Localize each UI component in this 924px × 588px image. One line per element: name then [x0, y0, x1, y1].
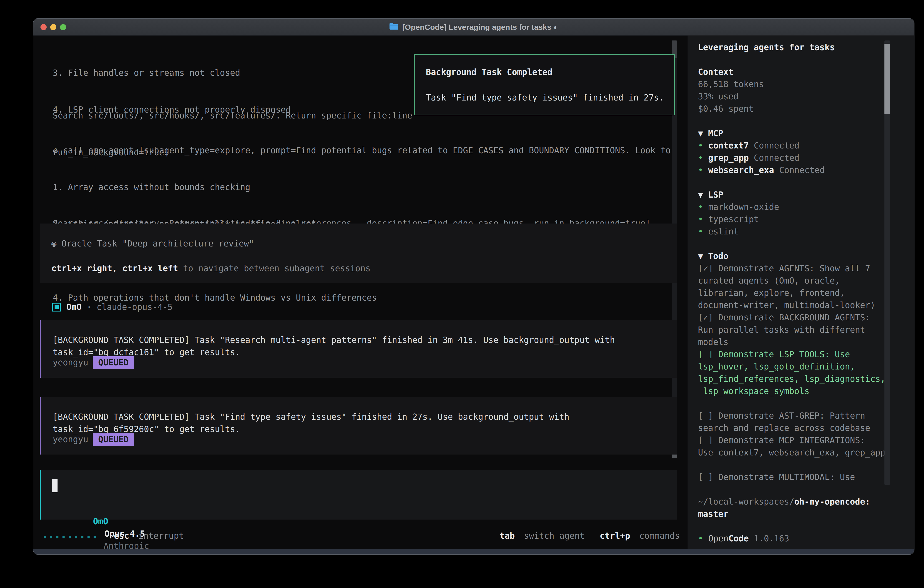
task-message-line: [BACKGROUND TASK COMPLETED] Task "Resear…: [53, 334, 615, 346]
bullet-icon: •: [698, 226, 708, 238]
todo-section-header[interactable]: ▼ Todo: [698, 250, 914, 263]
mcp-section-header[interactable]: ▼ MCP: [698, 127, 914, 140]
agent-model: claude-opus-4-5: [97, 302, 173, 312]
workspace-prefix: ~/local-workspaces/: [698, 497, 794, 507]
todo-item-active: lsp_workspace_symbols: [698, 385, 914, 398]
mcp-name: grep_app: [708, 153, 749, 163]
zoom-button[interactable]: [60, 24, 66, 30]
bullet-icon: •: [698, 140, 708, 152]
status-right: tab switch agent ctrl+p commands: [500, 530, 680, 542]
workspace-path: ~/local-workspaces/oh-my-opencode:: [698, 496, 914, 508]
bullet-icon: •: [698, 164, 708, 177]
input-status-row: OmO Opus 4.5 Anthropic: [53, 503, 149, 555]
context-header: Context: [698, 66, 914, 78]
lsp-item: •typescript: [698, 213, 914, 226]
folder-icon: [389, 22, 399, 32]
record-icon: ◉: [51, 239, 56, 249]
spinner-icon: ▪▪▪▪▪▪▪▪▪: [43, 533, 99, 540]
separator-dot: ·: [87, 302, 92, 312]
mcp-status: [749, 141, 754, 150]
mcp-item: •context7 Connected: [698, 140, 914, 152]
oracle-title: Oracle Task "Deep architecture review": [62, 239, 254, 249]
terminal-line: 1. Array access without bounds checking: [53, 181, 676, 193]
agent-call-text: call_omo_agent [subagent_type=explore, p…: [63, 145, 676, 155]
hint-key: ctrl+x right,: [51, 264, 117, 273]
task-message-line: [BACKGROUND TASK COMPLETED] Task "Find t…: [53, 411, 569, 423]
hint-text: to navigate between subagent sessions: [183, 264, 370, 273]
todo-item-pending: [ ] Demonstrate MULTIMODAL: Use: [698, 471, 914, 483]
oracle-title-line: ◉ Oracle Task "Deep architecture review": [51, 238, 254, 250]
background-task-notification: Background Task Completed Task "Find typ…: [414, 54, 675, 115]
notification-title: Background Task Completed: [426, 66, 674, 78]
mcp-status-text: Connected: [754, 153, 799, 163]
lsp-name: typescript: [708, 215, 759, 224]
close-button[interactable]: [40, 24, 46, 30]
todo-item-pending: [ ] Demonstrate AST-GREP: Pattern: [698, 410, 914, 422]
terminal-line: ⚙ call_omo_agent [subagent_type=explore,…: [53, 144, 676, 157]
workspace-branch: master: [698, 508, 914, 520]
todo-item-pending: [ ] Demonstrate MCP INTEGRATIONS:: [698, 434, 914, 447]
task-meta-row: yeongyuQUEUED: [53, 433, 134, 446]
window-footer: [33, 549, 914, 555]
gear-icon: ⚙: [53, 145, 58, 155]
lsp-item: •eslint: [698, 226, 914, 238]
mcp-item: •grep_app Connected: [698, 152, 914, 164]
terminal-line: 3. File handles or streams not closed: [53, 67, 291, 79]
version-line: •OpenCode1.0.163: [698, 532, 914, 545]
prompt-input[interactable]: OmO Opus 4.5 Anthropic: [40, 470, 677, 520]
opencode-terminal-window: [OpenCode] Leveraging agents for tasks ◐…: [33, 18, 914, 555]
status-bar: ▪▪▪▪▪▪▪▪▪ esc interrupt tab switch agent…: [33, 530, 688, 542]
brand-code: Code: [728, 533, 749, 543]
context-spent: $0.46 spent: [698, 103, 914, 115]
todo-item-done: [✓] Demonstrate AGENTS: Show all 7: [698, 263, 914, 275]
version-number: 1.0.163: [754, 533, 789, 543]
oracle-task-box: ◉ Oracle Task "Deep architecture review"…: [40, 223, 677, 282]
notification-body: Task "Find type safety issues" finished …: [426, 92, 674, 104]
cmd-key-hint[interactable]: ctrl+p: [600, 531, 630, 541]
todo-item-active: lsp_hover, lsp_goto_definition,: [698, 361, 914, 373]
lsp-name: markdown-oxide: [708, 202, 779, 212]
screen: [OpenCode] Leveraging agents for tasks ◐…: [0, 0, 924, 588]
bullet-icon: •: [698, 152, 708, 164]
mcp-item: •websearch_exa Connected: [698, 164, 914, 177]
user-name: yeongyu: [53, 434, 88, 444]
todo-item-done: document-writer, multimodal-looker): [698, 299, 914, 312]
todo-item-done: librarian, explore, frontend,: [698, 287, 914, 299]
lsp-name: eslint: [708, 227, 739, 236]
status-badge: QUEUED: [93, 433, 134, 446]
todo-item-done: [✓] Demonstrate BACKGROUND AGENTS:: [698, 312, 914, 324]
minimize-button[interactable]: [50, 24, 56, 30]
agent-checkbox-icon: [52, 303, 61, 312]
input-agent-name[interactable]: OmO: [93, 517, 108, 526]
lsp-item: •markdown-oxide: [698, 201, 914, 213]
esc-key-hint[interactable]: esc: [114, 531, 129, 541]
context-used: 33% used: [698, 91, 914, 103]
todo-item-active: [ ] Demonstrate LSP TOOLS: Use: [698, 349, 914, 361]
user-name: yeongyu: [53, 358, 88, 367]
bullet-icon: •: [698, 201, 708, 213]
status-badge: QUEUED: [93, 356, 134, 369]
agent-session-header[interactable]: OmO · claude-opus-4-5: [52, 302, 173, 312]
task-meta-row: yeongyuQUEUED: [53, 356, 134, 369]
todo-item-pending: Use context7, websearch_exa, grep_app: [698, 447, 914, 459]
mcp-name: websearch_exa: [708, 165, 774, 175]
title-bar[interactable]: [OpenCode] Leveraging agents for tasks ◐: [33, 19, 914, 36]
bullet-icon: •: [698, 213, 708, 226]
todo-item-done: models: [698, 336, 914, 349]
mcp-status-text: Connected: [779, 165, 825, 175]
lsp-section-header[interactable]: ▼ LSP: [698, 189, 914, 201]
text-cursor: [52, 479, 58, 492]
mcp-status-text: Connected: [754, 141, 799, 150]
session-title: Leveraging agents for tasks: [698, 41, 914, 54]
oracle-hint-line: ctrl+x right, ctrl+x left to navigate be…: [51, 263, 370, 275]
esc-key-label: interrupt: [138, 531, 184, 541]
tab-key-label: switch agent: [524, 531, 584, 541]
mcp-name: context7: [708, 141, 749, 150]
task-message-box: [BACKGROUND TASK COMPLETED] Task "Resear…: [40, 320, 677, 378]
todo-item-pending: search and replace across codebase: [698, 422, 914, 434]
window-title: [OpenCode] Leveraging agents for tasks ◐: [402, 23, 558, 31]
agent-name: OmO: [66, 302, 82, 312]
sidebar-scrollbar-thumb[interactable]: [884, 44, 890, 114]
tab-key-hint[interactable]: tab: [500, 531, 515, 541]
context-tokens: 66,518 tokens: [698, 78, 914, 91]
